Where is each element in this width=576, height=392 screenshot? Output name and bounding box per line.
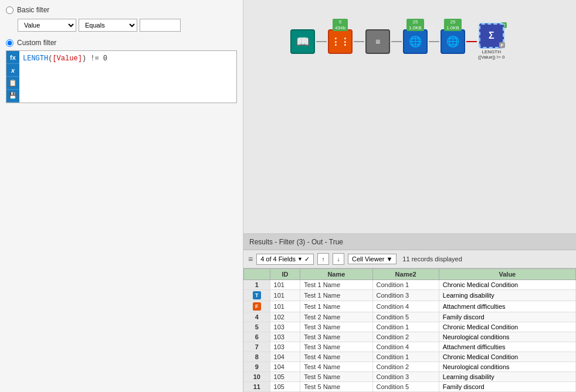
cell-id: 101 <box>270 280 300 290</box>
globe1-node-box[interactable]: 🌐 <box>403 29 428 54</box>
cell-value: Chronic Medical Condition <box>439 280 575 290</box>
union-node-box[interactable]: ≡ <box>365 29 390 54</box>
value-select[interactable]: Value <box>18 19 76 32</box>
cell-name2: Condition 4 <box>372 342 439 352</box>
cell-name2: Condition 3 <box>372 290 439 301</box>
cell-name: Test 4 Name <box>300 352 372 362</box>
cell-id: 103 <box>270 332 300 342</box>
cell-value: Attachment difficulties <box>439 301 575 312</box>
filter-node-label: LENGTH([Value]) != 0 <box>478 49 504 60</box>
sort-desc-button[interactable]: ↓ <box>333 253 344 265</box>
cell-name: Test 1 Name <box>300 290 372 301</box>
node-book: 📖 <box>290 29 315 54</box>
right-panel: 📖 5434b ⋮⋮ ≡ <box>243 0 576 392</box>
left-panel: Basic filter Value Equals Custom filter … <box>0 0 243 392</box>
formula-container: fx x 📋 💾 LENGTH([Value]) != 0 <box>6 50 237 103</box>
fields-selector-button[interactable]: 4 of 4 Fields ▼ ✓ <box>256 254 314 265</box>
fx-button[interactable]: fx <box>6 51 19 64</box>
clipboard-button[interactable]: 📋 <box>6 77 19 90</box>
viewer-dropdown-arrow: ▼ <box>386 255 392 263</box>
cell-name2: Condition 5 <box>372 382 439 392</box>
cell-name2: Condition 5 <box>372 312 439 322</box>
filter-node-box[interactable]: Σ P <box>479 23 504 48</box>
main-container: Basic filter Value Equals Custom filter … <box>0 0 576 392</box>
table-header-row: ID Name Name2 Value <box>244 269 576 280</box>
custom-filter-radio[interactable] <box>6 39 13 47</box>
custom-filter-option: Custom filter <box>6 39 237 47</box>
row-num-cell: 5 <box>244 322 270 332</box>
node-globe1: 251.0KB 🌐 <box>403 29 428 54</box>
basic-filter-row: Value Equals <box>18 19 237 32</box>
canvas-area: 📖 5434b ⋮⋮ ≡ <box>243 0 576 233</box>
col-id[interactable]: ID <box>270 269 300 280</box>
book-node-box[interactable]: 📖 <box>290 29 315 54</box>
results-panel: Results - Filter (3) - Out - True ≡ 4 of… <box>243 233 576 392</box>
table-row: 8104Test 4 NameCondition 1Chronic Medica… <box>244 352 576 362</box>
cell-name: Test 3 Name <box>300 322 372 332</box>
globe1-badge: 251.0KB <box>406 19 424 31</box>
cell-value: Family discord <box>439 312 575 322</box>
table-row: 1101Test 1 NameCondition 1Chronic Medica… <box>244 280 576 290</box>
connector-3 <box>391 41 402 42</box>
cell-viewer-button[interactable]: Cell Viewer ▼ <box>348 254 397 264</box>
records-count: 11 records displayed <box>402 255 462 263</box>
globe2-node-box[interactable]: 🌐 <box>441 29 465 54</box>
table-row: 6103Test 3 NameCondition 2Neurological c… <box>244 332 576 342</box>
basic-filter-option: Basic filter <box>6 6 237 14</box>
cell-id: 104 <box>270 352 300 362</box>
connector-1 <box>316 41 327 42</box>
table-row: 4102Test 2 NameCondition 5Family discord <box>244 312 576 322</box>
formula-text[interactable]: LENGTH([Value]) != 0 <box>19 51 236 103</box>
cell-id: 102 <box>270 312 300 322</box>
globe2-badge: 251.0KB <box>444 19 462 31</box>
cell-id: 104 <box>270 362 300 372</box>
sort-asc-button[interactable]: ↑ <box>317 253 329 265</box>
table-row: 11105Test 5 NameCondition 5Family discor… <box>244 382 576 392</box>
cell-id: 103 <box>270 322 300 332</box>
row-num-cell: T <box>244 290 270 301</box>
table-row: 9104Test 4 NameCondition 2Neurological c… <box>244 362 576 372</box>
connector-5 <box>466 41 477 42</box>
row-numbers-icon: ≡ <box>248 254 253 264</box>
clear-button[interactable]: x <box>6 64 19 77</box>
node-globe2: 251.0KB 🌐 <box>441 29 465 54</box>
col-value[interactable]: Value <box>439 269 575 280</box>
table-row: 7103Test 3 NameCondition 4Attachment dif… <box>244 342 576 352</box>
cell-value: Neurological conditions <box>439 332 575 342</box>
row-num-cell: F <box>244 301 270 312</box>
node-filter: T Σ P LENGTH([Value]) != 0 <box>478 23 504 60</box>
cell-id: 101 <box>270 301 300 312</box>
data-table-container: ID Name Name2 Value 1101Test 1 NameCondi… <box>243 268 576 392</box>
filter-value-input[interactable] <box>140 19 181 32</box>
save-button[interactable]: 💾 <box>6 90 19 103</box>
row-num-cell: 6 <box>244 332 270 342</box>
node-union: ≡ <box>365 29 390 54</box>
table-row: F101Test 1 NameCondition 4Attachment dif… <box>244 301 576 312</box>
basic-filter-radio[interactable] <box>6 6 13 14</box>
cell-name: Test 1 Name <box>300 280 372 290</box>
cell-name2: Condition 1 <box>372 322 439 332</box>
select-node-box[interactable]: ⋮⋮ <box>328 29 353 54</box>
row-num-cell: 1 <box>244 280 270 290</box>
connector-4 <box>429 41 439 42</box>
cell-id: 101 <box>270 290 300 301</box>
row-num-cell: 7 <box>244 342 270 352</box>
table-row: T101Test 1 NameCondition 3Learning disab… <box>244 290 576 301</box>
cell-name: Test 3 Name <box>300 342 372 352</box>
condition-select[interactable]: Equals <box>79 19 137 32</box>
row-icon: T <box>253 291 261 299</box>
cell-value: Family discord <box>439 382 575 392</box>
cell-name: Test 5 Name <box>300 382 372 392</box>
pipeline: 📖 5434b ⋮⋮ ≡ <box>290 23 504 60</box>
col-name2[interactable]: Name2 <box>372 269 439 280</box>
cell-id: 105 <box>270 382 300 392</box>
table-row: 10105Test 5 NameCondition 3Learning disa… <box>244 372 576 382</box>
cell-name2: Condition 3 <box>372 372 439 382</box>
col-name[interactable]: Name <box>300 269 372 280</box>
fields-count-label: 4 of 4 Fields <box>260 255 296 263</box>
cell-name2: Condition 1 <box>372 352 439 362</box>
select-badge: 5434b <box>333 19 348 31</box>
viewer-label: Cell Viewer <box>352 255 384 263</box>
row-num-cell: 9 <box>244 362 270 372</box>
row-num-cell: 4 <box>244 312 270 322</box>
